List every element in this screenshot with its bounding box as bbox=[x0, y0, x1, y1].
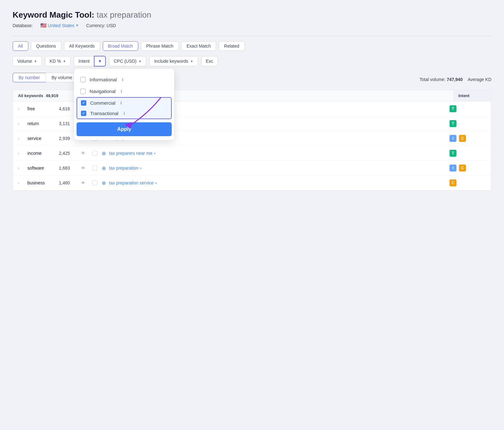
cpc-chevron-icon: ▼ bbox=[139, 60, 142, 63]
intent-dropdown-wrapper: Intent ▼ Informational ℹ Navigational ℹ bbox=[74, 56, 106, 67]
expand-income-icon[interactable]: › bbox=[18, 151, 19, 156]
intent-badges-software: I C bbox=[448, 165, 486, 171]
expand-software-icon[interactable]: › bbox=[18, 166, 19, 171]
badge-t: T bbox=[450, 150, 456, 157]
page-container: Keyword Magic Tool: tax preparation Data… bbox=[0, 0, 504, 430]
informational-checkbox[interactable] bbox=[80, 77, 86, 82]
intent-badges-business: C bbox=[448, 179, 486, 186]
header-divider bbox=[13, 36, 491, 36]
intent-badges-service: I C bbox=[448, 135, 486, 142]
informational-label: Informational bbox=[89, 77, 117, 82]
subtitle-text: tax preparation bbox=[97, 10, 151, 20]
include-keywords-filter[interactable]: Include keywords ▼ bbox=[149, 56, 198, 66]
eye-business[interactable]: 👁 bbox=[81, 180, 92, 185]
intent-transactional-item[interactable]: Transactional ℹ bbox=[77, 108, 172, 119]
intent-informational-item[interactable]: Informational ℹ bbox=[74, 74, 174, 85]
database-row: Database: 🇺🇸 United States ▼ Currency: U… bbox=[13, 22, 491, 28]
expand-business-icon[interactable]: › bbox=[18, 181, 19, 185]
expand-return-icon[interactable]: › bbox=[18, 122, 19, 126]
row-checkbox[interactable] bbox=[92, 151, 97, 156]
tab-exact-match[interactable]: Exact Match bbox=[181, 41, 216, 51]
database-link[interactable]: 🇺🇸 United States ▼ bbox=[40, 22, 79, 28]
cpc-label: CPC (USD) bbox=[114, 59, 136, 64]
transactional-info-icon: ℹ bbox=[123, 111, 125, 116]
navigational-label: Navigational bbox=[89, 89, 116, 94]
volume-chevron-icon: ▼ bbox=[34, 60, 37, 63]
exclude-filter[interactable]: Exc bbox=[201, 56, 218, 66]
keyword-software: software bbox=[27, 166, 59, 171]
keyword-business: business bbox=[27, 180, 59, 185]
plus-circle-icon: ⊕ bbox=[102, 180, 106, 186]
navigational-info-icon: ℹ bbox=[121, 89, 122, 94]
count-software: 1,683 bbox=[59, 166, 81, 171]
intent-label-button[interactable]: Intent bbox=[74, 56, 94, 66]
intent-badges-return: T bbox=[448, 120, 486, 127]
keyword-link-business[interactable]: tax preparation service » bbox=[109, 180, 157, 185]
database-label: Database: bbox=[13, 23, 33, 28]
intent-chevron-icon: ▼ bbox=[98, 59, 102, 64]
by-number-button[interactable]: By number bbox=[13, 73, 46, 82]
kd-chevron-icon: ▼ bbox=[63, 60, 66, 63]
informational-info-icon: ℹ bbox=[122, 77, 123, 82]
transactional-checkbox[interactable] bbox=[81, 111, 86, 116]
tab-related[interactable]: Related bbox=[219, 41, 244, 51]
tab-questions[interactable]: Questions bbox=[31, 41, 61, 51]
navigational-checkbox[interactable] bbox=[80, 89, 86, 94]
badge-c: C bbox=[459, 165, 466, 171]
eye-icon: 👁 bbox=[81, 151, 85, 156]
row-checkbox[interactable] bbox=[92, 166, 97, 171]
keyword-free: free bbox=[27, 106, 59, 111]
keyword-link-income[interactable]: tax preparers near me » bbox=[109, 151, 156, 156]
badge-c: C bbox=[450, 179, 456, 186]
table-row: › income 2,425 👁 ⊕ tax preparers near me… bbox=[13, 146, 491, 161]
total-volume-label: Total volume: 747,940 bbox=[420, 77, 463, 82]
eye-icon: 👁 bbox=[81, 180, 85, 185]
average-kd-label: Average KD bbox=[468, 77, 491, 82]
expand-free-icon[interactable]: › bbox=[18, 107, 19, 111]
chevron-down-icon: ▼ bbox=[76, 24, 79, 27]
commercial-info-icon: ℹ bbox=[120, 101, 122, 105]
eye-icon: 👁 bbox=[81, 166, 85, 171]
tab-all[interactable]: All bbox=[13, 41, 28, 51]
header-intent: Intent bbox=[453, 90, 491, 101]
tab-phrase-match[interactable]: Phrase Match bbox=[141, 41, 179, 51]
count-business: 1,460 bbox=[59, 180, 81, 185]
badge-c: C bbox=[459, 135, 466, 142]
table-row: › business 1,460 👁 ⊕ tax preparation ser… bbox=[13, 176, 491, 190]
table-row: › software 1,683 👁 ⊕ tax preparation » I… bbox=[13, 161, 491, 176]
currency-label: Currency: USD bbox=[86, 23, 116, 28]
eye-software[interactable]: 👁 bbox=[81, 166, 92, 171]
commercial-checkbox[interactable] bbox=[81, 100, 86, 106]
tabs-row: All Questions All Keywords Broad Match P… bbox=[13, 41, 491, 51]
keyword-link-software[interactable]: tax preparation » bbox=[109, 166, 142, 171]
row-checkbox[interactable] bbox=[92, 180, 97, 185]
badge-t: T bbox=[450, 120, 456, 127]
by-volume-button[interactable]: By volume bbox=[46, 73, 78, 82]
eye-income[interactable]: 👁 bbox=[81, 151, 92, 156]
intent-commercial-item[interactable]: Commercial ℹ bbox=[77, 97, 172, 108]
intent-navigational-item[interactable]: Navigational ℹ bbox=[74, 85, 174, 97]
subfilter-buttons: By number By volume bbox=[13, 73, 78, 82]
badge-t: T bbox=[450, 105, 456, 112]
apply-button[interactable]: Apply bbox=[77, 122, 172, 136]
expand-service-icon[interactable]: › bbox=[18, 137, 19, 141]
page-header: Keyword Magic Tool: tax preparation Data… bbox=[13, 10, 491, 28]
include-keywords-label: Include keywords bbox=[154, 59, 188, 64]
badge-i: I bbox=[450, 165, 456, 171]
flag-icon: 🇺🇸 bbox=[40, 22, 47, 28]
kd-filter[interactable]: KD % ▼ bbox=[45, 56, 71, 66]
kd-label: KD % bbox=[50, 59, 61, 64]
keyword-service: service bbox=[27, 136, 59, 141]
intent-chevron-button[interactable]: ▼ bbox=[94, 56, 106, 67]
keyword-return: return bbox=[27, 121, 59, 126]
tab-all-keywords[interactable]: All Keywords bbox=[64, 41, 100, 51]
count-income: 2,425 bbox=[59, 151, 81, 156]
volume-filter[interactable]: Volume ▼ bbox=[13, 56, 42, 66]
tab-broad-match[interactable]: Broad Match bbox=[103, 41, 138, 51]
keyword-income: income bbox=[27, 151, 59, 156]
include-keywords-chevron-icon: ▼ bbox=[190, 60, 193, 63]
badge-i: I bbox=[450, 135, 456, 142]
page-title: Keyword Magic Tool: tax preparation bbox=[13, 10, 491, 20]
cpc-filter[interactable]: CPC (USD) ▼ bbox=[109, 56, 146, 66]
plus-circle-icon: ⊕ bbox=[102, 165, 106, 171]
